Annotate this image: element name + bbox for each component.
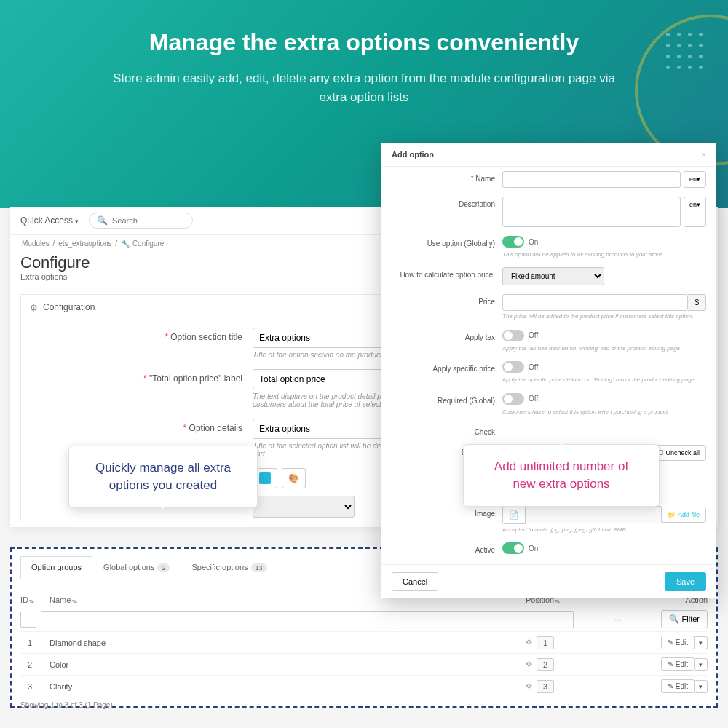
filter-input[interactable] [41, 611, 574, 628]
save-button[interactable]: Save [665, 572, 706, 591]
edit-button[interactable]: ✎ Edit [661, 679, 695, 693]
label-price: Price [392, 294, 502, 306]
toggle-required[interactable] [502, 393, 524, 405]
toggle-use-global[interactable] [502, 236, 524, 248]
row-id: 1 [20, 638, 50, 647]
select-all-checkbox[interactable] [20, 612, 36, 628]
drag-icon[interactable]: ✥ [526, 660, 532, 669]
filter-row: -- 🔍 Filter [20, 607, 708, 631]
table-row: 1 Diamond shape ✥1 ✎ Edit▾ [20, 631, 708, 653]
row-id: 2 [20, 660, 50, 669]
modal-title: Add option [392, 150, 434, 159]
edit-button[interactable]: ✎ Edit [661, 657, 695, 671]
lang-select-name[interactable]: en▾ [684, 171, 706, 188]
add-file-button[interactable]: 📁 Add file [661, 507, 706, 523]
label-option-section-title: Option section title [34, 328, 253, 342]
search-input[interactable] [112, 216, 185, 225]
label-apply-tax: Apply tax [392, 330, 502, 341]
table-row: 3 Clarity ✥3 ✎ Edit▾ [20, 675, 708, 697]
label-check: Check [392, 424, 502, 436]
config-heading-text: Configuration [43, 302, 95, 312]
input-description[interactable] [502, 197, 681, 227]
breadcrumb-modules[interactable]: Modules [22, 240, 50, 248]
search-wrap: 🔍 [89, 213, 193, 229]
select-calc[interactable]: Fixed amount [502, 267, 604, 285]
label-description: Description [392, 197, 502, 208]
toggle-active[interactable] [502, 542, 524, 554]
row-position: 2 [537, 658, 554, 671]
label-required: Required (Global) [392, 393, 502, 405]
file-path [526, 506, 661, 523]
label-image: Image [392, 506, 502, 518]
toggle-apply-specific[interactable] [502, 361, 524, 373]
table-row: 2 Color ✥2 ✎ Edit▾ [20, 653, 708, 675]
add-option-modal: Add option × Name en▾ Description en▾ Us… [381, 143, 716, 598]
filter-button[interactable]: 🔍 Filter [661, 610, 708, 628]
hero-subtitle: Store admin easily add, edit, delete any… [102, 69, 626, 106]
label-use-global: Use option (Globally) [392, 236, 502, 248]
close-icon[interactable]: × [702, 150, 706, 159]
row-name: Diamond shape [50, 638, 526, 647]
label-active: Active [392, 542, 502, 554]
callout-add: Add unlimited number of new extra option… [463, 444, 660, 507]
label-total-price: "Total option price" label [34, 369, 253, 384]
breadcrumb-configure[interactable]: Configure [132, 240, 164, 248]
label-name: Name [392, 171, 502, 183]
tab-specific-options[interactable]: Specific options13 [181, 556, 277, 579]
color-picker-button[interactable]: 🎨 [282, 468, 306, 488]
tab-option-groups[interactable]: Option groups [20, 556, 92, 579]
label-calc: How to calculate option price: [392, 267, 502, 279]
label-option-details: Option details [34, 419, 253, 433]
breadcrumb-ets[interactable]: ets_extraoptions [58, 240, 111, 248]
row-name: Clarity [50, 682, 526, 691]
toggle-apply-tax[interactable] [502, 330, 524, 341]
tab-global-options[interactable]: Global options2 [92, 556, 181, 579]
lang-select-desc[interactable]: en▾ [684, 197, 706, 227]
input-name[interactable] [502, 171, 681, 188]
col-id[interactable]: ID [20, 596, 50, 604]
file-icon: 📄 [502, 506, 526, 524]
row-actions-dropdown[interactable]: ▾ [695, 680, 708, 693]
search-icon: 🔍 [97, 215, 108, 226]
select-extra[interactable] [253, 496, 355, 518]
palette-icon: 🎨 [288, 473, 299, 483]
hero-title: Manage the extra options conveniently [44, 29, 684, 56]
cancel-button[interactable]: Cancel [392, 572, 438, 591]
pagination-info: Showing 1 to 3 of 3 (1 Page) [20, 701, 708, 709]
drag-icon[interactable]: ✥ [526, 638, 532, 647]
gear-icon [30, 303, 39, 312]
edit-button[interactable]: ✎ Edit [661, 636, 695, 649]
row-actions-dropdown[interactable]: ▾ [695, 658, 708, 671]
wrench-icon: 🔧 [121, 240, 130, 248]
filter-pos-dash: -- [578, 613, 657, 626]
drag-icon[interactable]: ✥ [526, 681, 532, 691]
input-price[interactable] [502, 294, 688, 311]
quick-access-dropdown[interactable]: Quick Access [20, 215, 79, 226]
price-unit: $ [688, 294, 706, 311]
callout-manage: Quickly manage all extra options you cre… [68, 446, 258, 508]
row-id: 3 [20, 682, 50, 691]
label-apply-specific: Apply specific price [392, 361, 502, 373]
row-name: Color [50, 660, 526, 669]
row-actions-dropdown[interactable]: ▾ [695, 636, 708, 649]
row-position: 3 [537, 680, 554, 693]
row-position: 1 [537, 636, 554, 649]
